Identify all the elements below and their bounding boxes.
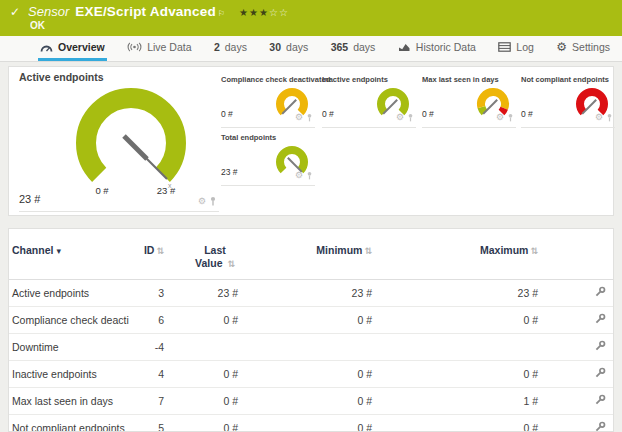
maximum-value: 0 #	[382, 415, 544, 432]
stars-empty: ☆☆	[269, 7, 289, 18]
channel-edit-wrench-icon[interactable]	[594, 313, 606, 327]
overview-gauges-panel: Active endpoints x 0 # 23 # 23 # ⚙ Compl…	[8, 66, 614, 216]
pin-icon[interactable]	[306, 113, 313, 122]
pin-icon[interactable]	[306, 171, 313, 180]
gauge-title: Total endpoints	[221, 133, 276, 142]
tab-2-days[interactable]: 2 days	[212, 36, 249, 61]
tab-settings[interactable]: ⚙ Settings	[554, 36, 612, 61]
maximum-value: 0 #	[382, 361, 544, 388]
channel-id: 6	[129, 307, 166, 334]
tab-number: 30	[269, 41, 281, 53]
pin-icon[interactable]	[209, 196, 217, 206]
last-value: 0 #	[166, 307, 240, 334]
sort-icon: ⇅	[364, 246, 372, 256]
tab-label: days	[353, 41, 375, 53]
table-header-row: Channel▾ ID⇅ Last Value ⇅ Minimum⇅ Maxim…	[9, 229, 614, 280]
maximum-value	[382, 334, 544, 361]
tab-30-days[interactable]: 30 days	[267, 36, 310, 61]
channel-edit-wrench-icon[interactable]	[594, 421, 606, 432]
minimum-value: 23 #	[240, 280, 382, 307]
channels-table-panel: Channel▾ ID⇅ Last Value ⇅ Minimum⇅ Maxim…	[8, 228, 614, 432]
minimum-value: 0 #	[240, 307, 382, 334]
tab-label: Settings	[572, 41, 610, 53]
last-value: 0 #	[166, 361, 240, 388]
channel-edit-wrench-icon[interactable]	[594, 367, 606, 381]
channel-settings-gear-icon[interactable]: ⚙	[295, 171, 303, 180]
table-row: Not compliant endpoints 5 0 # 0 # 0 #	[9, 415, 614, 432]
column-header-last-value[interactable]: Last Value ⇅	[166, 229, 240, 280]
channel-id: 5	[129, 415, 166, 432]
page-title: EXE/Script Advanced	[75, 4, 216, 19]
channels-table: Channel▾ ID⇅ Last Value ⇅ Minimum⇅ Maxim…	[9, 229, 614, 432]
channel-name: Downtime	[9, 334, 129, 361]
gauge-value: 0 #	[422, 109, 434, 119]
tab-label: days	[286, 41, 308, 53]
pin-icon[interactable]	[507, 113, 514, 122]
gauge-tile-total-endpoints[interactable]: Total endpoints 23 # ⚙	[221, 133, 315, 186]
sort-icon: ⇅	[156, 246, 164, 256]
gauge-value: 23 #	[19, 193, 40, 205]
table-row: Downtime -4	[9, 334, 614, 361]
channel-edit-wrench-icon[interactable]	[594, 286, 606, 300]
maximum-value: 23 #	[382, 280, 544, 307]
gauge-dial: x	[61, 81, 201, 199]
gear-icon: ⚙	[556, 41, 567, 53]
gauge-value: 0 #	[221, 109, 233, 119]
tab-label: Log	[516, 41, 534, 53]
sensor-header: ✓ Sensor EXE/Script Advanced ⚐ ★★★☆☆ OK	[0, 0, 622, 36]
gauge-title: Not compliant endpoints	[521, 75, 609, 84]
tab-label: Historic Data	[416, 41, 476, 53]
sort-icon: ⇅	[530, 246, 538, 256]
channel-name: Compliance check deacti...	[9, 307, 129, 334]
channel-settings-gear-icon[interactable]: ⚙	[496, 113, 504, 122]
tab-log[interactable]: Log	[496, 36, 536, 61]
column-header-channel[interactable]: Channel▾	[9, 229, 129, 280]
column-header-minimum[interactable]: Minimum⇅	[240, 229, 382, 280]
gauge-icon	[40, 42, 53, 53]
table-row: Inactive endpoints 4 0 # 0 # 0 #	[9, 361, 614, 388]
channel-settings-gear-icon[interactable]: ⚙	[295, 113, 303, 122]
gauge-scale-min: 0 #	[87, 185, 117, 196]
pin-icon[interactable]	[606, 113, 613, 122]
sort-icon: ⇅	[227, 259, 235, 269]
gauge-title: Max last seen in days	[422, 75, 499, 84]
channel-name: Inactive endpoints	[9, 361, 129, 388]
gauge-title: Inactive endpoints	[322, 75, 388, 84]
tab-overview[interactable]: Overview	[38, 36, 107, 61]
channel-settings-gear-icon[interactable]: ⚙	[198, 197, 206, 206]
channel-id: -4	[129, 334, 166, 361]
gauge-tile-compliance-check-deactivated[interactable]: Compliance check deactivated 0 # ⚙	[221, 75, 315, 128]
gauge-title: Compliance check deactivated	[221, 75, 330, 84]
stars-filled: ★★★	[239, 7, 269, 18]
last-value: 0 #	[166, 415, 240, 432]
gauge-scale-max: 23 #	[151, 185, 181, 196]
tab-number: 2	[214, 41, 220, 53]
object-type-label: Sensor	[28, 4, 69, 19]
tab-number: 365	[331, 41, 349, 53]
table-row: Max last seen in days 7 0 # 0 # 1 #	[9, 388, 614, 415]
channel-id: 7	[129, 388, 166, 415]
column-header-edit	[544, 229, 614, 280]
gauge-tile-max-last-seen-in-days[interactable]: Max last seen in days 0 # ⚙	[422, 75, 516, 128]
channel-edit-wrench-icon[interactable]	[594, 340, 606, 354]
tab-label: Live Data	[147, 41, 191, 53]
tab-label: Overview	[58, 41, 105, 53]
channel-edit-wrench-icon[interactable]	[594, 394, 606, 408]
pin-icon[interactable]	[407, 113, 414, 122]
channel-settings-gear-icon[interactable]: ⚙	[396, 113, 404, 122]
tab-historic-data[interactable]: Historic Data	[396, 36, 478, 61]
gauge-value: 0 #	[322, 109, 334, 119]
minimum-value: 0 #	[240, 388, 382, 415]
gauge-tile-inactive-endpoints[interactable]: Inactive endpoints 0 # ⚙	[322, 75, 416, 128]
gauge-tile-not-compliant-endpoints[interactable]: Not compliant endpoints 0 # ⚙	[521, 75, 615, 128]
column-header-id[interactable]: ID⇅	[129, 229, 166, 280]
tab-live-data[interactable]: Live Data	[125, 36, 193, 61]
table-row: Compliance check deacti... 6 0 # 0 # 0 #	[9, 307, 614, 334]
minimum-value	[240, 334, 382, 361]
gauge-tile-active-endpoints[interactable]: Active endpoints x 0 # 23 # 23 # ⚙	[19, 71, 219, 212]
status-badge: OK	[0, 20, 622, 31]
channel-settings-gear-icon[interactable]: ⚙	[595, 113, 603, 122]
priority-rating[interactable]: ★★★☆☆	[239, 7, 289, 18]
column-header-maximum[interactable]: Maximum⇅	[382, 229, 544, 280]
tab-365-days[interactable]: 365 days	[329, 36, 378, 61]
